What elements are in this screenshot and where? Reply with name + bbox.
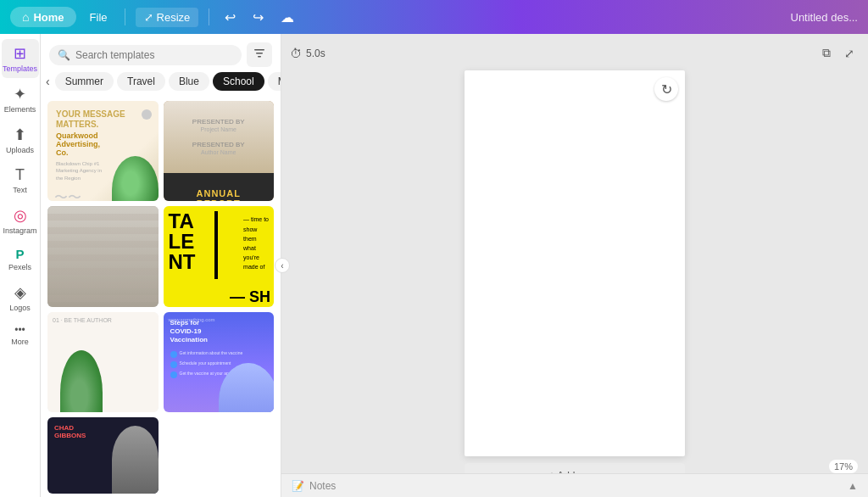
categories-prev-button[interactable]: ‹ <box>44 73 52 90</box>
template-card-architecture[interactable] <box>47 206 159 306</box>
file-button[interactable]: File <box>83 8 114 27</box>
category-travel[interactable]: Travel <box>117 72 165 91</box>
notes-label: Notes <box>309 480 336 492</box>
tpl4-line <box>214 211 218 279</box>
tpl6-domain: www.something.com <box>169 317 215 322</box>
canvas: ↻ <box>465 70 685 456</box>
category-summer[interactable]: Summer <box>55 72 114 91</box>
undo-button[interactable]: ↩ <box>220 8 241 27</box>
resize-icon: ⤢ <box>144 11 153 24</box>
templates-label: Templates <box>3 64 37 73</box>
pexels-label: Pexels <box>8 263 31 271</box>
tpl5-plant <box>60 350 103 412</box>
canvas-actions: ⧉ ⤢ <box>817 42 860 64</box>
templates-grid: YOUR MESSAGEMATTERS. QuarkwoodAdvertisin… <box>41 98 281 497</box>
notes-bar: 📝 Notes ▲ <box>281 473 868 497</box>
sidebar-item-pexels[interactable]: P Pexels <box>2 242 39 276</box>
search-bar: 🔍 <box>41 34 281 72</box>
notes-icon: 📝 <box>292 480 304 492</box>
sidebar-item-text[interactable]: T Text <box>2 161 39 199</box>
sidebar-item-instagram[interactable]: ◎ Instagram <box>2 201 39 240</box>
sidebar-item-more[interactable]: ••• More <box>2 319 39 351</box>
notes-expand-icon[interactable]: ▲ <box>848 480 858 492</box>
instagram-label: Instagram <box>3 226 36 235</box>
svg-rect-0 <box>254 49 264 51</box>
templates-icon: ⊞ <box>14 44 26 63</box>
zoom-level: 17% <box>829 460 858 473</box>
tpl2-presenter: PRESENTED BYProject NamePRESENTED BYAuth… <box>186 111 252 163</box>
template-card-talent-show[interactable]: TALENT — time toshowthemwhatyou'remade o… <box>164 206 275 306</box>
canvas-timer: ⏱ 5.0s <box>290 47 326 60</box>
zoom-wrap: 17% <box>829 458 858 473</box>
sidebar-item-elements[interactable]: ✦ Elements <box>2 80 39 119</box>
category-blue[interactable]: Blue <box>169 72 209 91</box>
icon-sidebar: ⊞ Templates ✦ Elements ⬆ Uploads T Text … <box>0 34 41 497</box>
category-more[interactable]: Mu... <box>268 72 281 91</box>
svg-rect-2 <box>258 56 261 58</box>
template-card-quarkwood[interactable]: YOUR MESSAGEMATTERS. QuarkwoodAdvertisin… <box>47 101 159 201</box>
resize-button[interactable]: ⤢ Resize <box>136 8 199 27</box>
template-card-chad[interactable]: CHADGIBBONS <box>47 417 159 494</box>
tpl1-company: QuarkwoodAdvertising,Co. <box>56 131 150 157</box>
templates-panel: 🔍 ‹ Summer Travel Blue School Mu... › Y <box>41 34 281 497</box>
search-input[interactable] <box>75 49 233 61</box>
uploads-icon: ⬆ <box>14 126 26 144</box>
sidebar-item-uploads[interactable]: ⬆ Uploads <box>2 120 39 159</box>
uploads-label: Uploads <box>6 146 34 154</box>
more-label: More <box>11 338 29 346</box>
divider-2 <box>209 8 209 25</box>
expand-button[interactable]: ⤢ <box>839 42 860 64</box>
elements-icon: ✦ <box>14 85 26 103</box>
text-label: Text <box>13 186 27 194</box>
categories-bar: ‹ Summer Travel Blue School Mu... › <box>41 72 281 98</box>
sidebar-item-logos[interactable]: ◈ Logos <box>2 278 39 317</box>
svg-rect-1 <box>256 53 263 54</box>
category-school[interactable]: School <box>213 72 264 91</box>
redo-button[interactable]: ↪ <box>248 8 269 27</box>
template-card-nature[interactable]: 01 · BE THE AUTHOR <box>47 312 159 412</box>
refresh-button[interactable]: ↻ <box>654 77 678 101</box>
duplicate-button[interactable]: ⧉ <box>817 42 836 64</box>
tpl7-person <box>112 426 159 494</box>
cloud-button[interactable]: ☁ <box>275 8 299 27</box>
tpl2-title: ANNUALREPORT <box>197 188 241 201</box>
home-tab[interactable]: ⌂ Home <box>10 7 76 27</box>
template-card-covid[interactable]: Steps forCOVID-19Vaccination Get informa… <box>164 312 275 412</box>
tpl4-show: — SHOW <box>230 288 270 306</box>
tpl4-sub: — time toshowthemwhatyou'remade of <box>243 215 269 271</box>
home-icon: ⌂ <box>22 10 29 24</box>
canvas-topbar: ⏱ 5.0s ⧉ ⤢ <box>290 42 860 64</box>
instagram-icon: ◎ <box>14 206 27 225</box>
logos-label: Logos <box>9 304 31 312</box>
filter-button[interactable] <box>247 42 272 67</box>
divider <box>125 8 125 25</box>
tpl6-title: Steps forCOVID-19Vaccination <box>170 319 268 345</box>
template-card-annual-report[interactable]: PRESENTED BYProject NamePRESENTED BYAuth… <box>164 101 275 201</box>
search-icon: 🔍 <box>58 49 70 61</box>
more-icon: ••• <box>14 324 25 336</box>
topbar: ⌂ Home File ⤢ Resize ↩ ↪ ☁ Untitled des.… <box>0 0 868 34</box>
search-input-wrap: 🔍 <box>49 45 242 65</box>
tpl4-main-text: TALENT <box>169 211 196 272</box>
document-title: Untitled des... <box>791 11 859 24</box>
pexels-icon: P <box>15 247 24 261</box>
tpl1-decoration <box>142 109 152 120</box>
canvas-area: ⏱ 5.0s ⧉ ⤢ ↻ + Add page 17% 📝 Notes ▲ <box>281 34 868 497</box>
text-icon: T <box>15 166 25 184</box>
tpl1-title: YOUR MESSAGEMATTERS. <box>56 109 150 130</box>
timer-value: 5.0s <box>306 47 326 59</box>
tpl1-wavy: 〜〜 <box>54 189 81 201</box>
sidebar-item-templates[interactable]: ⊞ Templates <box>2 39 39 78</box>
tpl5-num: 01 · BE THE AUTHOR <box>53 317 112 323</box>
timer-icon: ⏱ <box>290 47 302 60</box>
main-area: ⊞ Templates ✦ Elements ⬆ Uploads T Text … <box>0 34 868 497</box>
elements-label: Elements <box>4 105 36 114</box>
logos-icon: ◈ <box>14 283 26 302</box>
home-label: Home <box>33 11 64 24</box>
resize-label: Resize <box>157 11 191 24</box>
panel-collapse-button[interactable]: ‹ <box>275 258 290 273</box>
